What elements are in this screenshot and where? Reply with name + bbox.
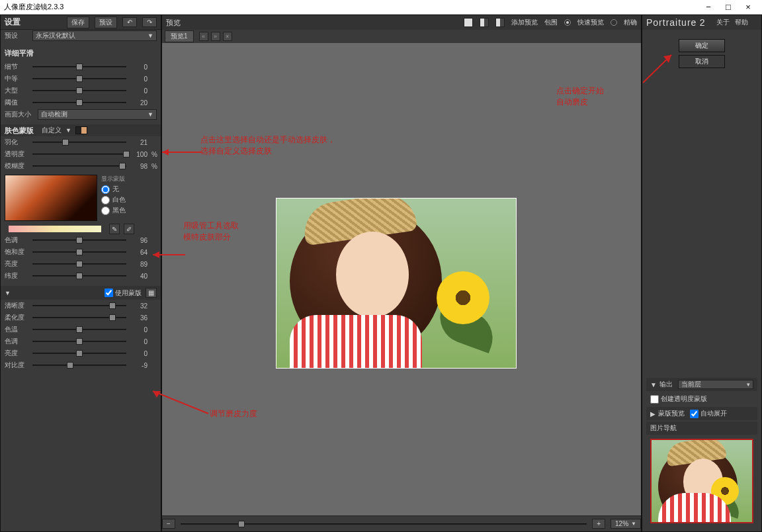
preset-button[interactable]: 预设 [95, 17, 117, 28]
about-link[interactable]: 关于 [716, 18, 730, 27]
enhance-header: ▼ 使用蒙版 ▦ [1, 286, 161, 300]
output-layer-row: 创建透明度蒙版 [646, 392, 757, 406]
help-link[interactable]: 帮助 [735, 18, 748, 27]
use-mask-checkbox[interactable]: 使用蒙版 [105, 288, 142, 298]
bracket-button[interactable]: 包围 [544, 18, 558, 27]
smooth-value-1: 0 [130, 75, 148, 83]
enh-label-4: 亮度 [5, 349, 28, 358]
smooth-slider-0[interactable] [32, 64, 126, 69]
zoom-value[interactable]: 12%▼ [611, 519, 641, 529]
smooth-row-2: 大型0 [1, 85, 161, 97]
view-side-icon[interactable] [495, 18, 505, 27]
ok-button[interactable]: 确定 [679, 39, 725, 52]
mask-bot-row-0: 色调96 [1, 234, 161, 246]
nav-section-title: 图片导航 [646, 421, 757, 435]
enh-slider-4[interactable] [32, 351, 126, 356]
mask-header: 肤色蒙版 自定义 ▼ [1, 124, 161, 136]
tab-prev-button[interactable]: « [199, 32, 208, 41]
mask-preview-section: ▶蒙版预览 自动展开 [646, 407, 757, 420]
enh-slider-2[interactable] [32, 327, 126, 332]
enh-slider-1[interactable] [32, 315, 126, 320]
mask-top-slider-2[interactable] [32, 163, 126, 169]
eyedropper-icon[interactable]: ✎ [109, 224, 120, 234]
preset-row: 预设 永乐汉化默认▼ [1, 30, 161, 42]
auto-expand-checkbox[interactable]: 自动展开 [690, 409, 727, 418]
window-title: 人像磨皮滤镜2.3.3 [4, 2, 698, 12]
mask-top-slider-0[interactable] [32, 140, 126, 145]
smooth-slider-1[interactable] [32, 76, 126, 81]
save-preset-button[interactable]: 保存 [67, 17, 89, 28]
right-header: Portraiture 2 关于 帮助 [642, 15, 761, 30]
smooth-slider-3[interactable] [32, 100, 126, 105]
preview-image [276, 198, 517, 369]
mask-bot-slider-1[interactable] [32, 249, 126, 255]
enh-row-3: 色调0 [1, 335, 161, 347]
mask-top-value-1: 100 [130, 151, 148, 158]
zoom-out-button[interactable]: − [162, 519, 175, 529]
mask-top-slider-1[interactable] [32, 152, 126, 157]
grid-icon[interactable]: ▦ [146, 288, 157, 298]
view-single-icon[interactable] [464, 18, 473, 27]
preview-tab-1[interactable]: 预览1 [165, 30, 194, 42]
nav-thumbnail[interactable] [650, 439, 753, 523]
undo-button[interactable]: ↶ [122, 17, 137, 27]
area-select[interactable]: 自动检测▼ [38, 109, 157, 120]
radio-black[interactable]: 黑色 [101, 206, 126, 215]
mask-title: 肤色蒙版 [5, 126, 34, 136]
minimize-button[interactable]: − [698, 2, 718, 12]
enh-label-3: 色调 [5, 337, 28, 346]
mask-bot-slider-3[interactable] [32, 273, 126, 279]
precise-preview-radio[interactable] [611, 19, 617, 26]
enh-label-5: 对比度 [5, 361, 28, 370]
mask-top-label-0: 羽化 [5, 138, 28, 147]
enh-slider-0[interactable] [32, 303, 126, 308]
zoom-in-button[interactable]: + [592, 519, 605, 529]
mask-bot-slider-0[interactable] [32, 238, 126, 243]
mask-top-label-2: 模糊度 [5, 161, 28, 171]
output-mode-select[interactable]: 当前层▾ [678, 380, 753, 389]
mask-mode[interactable]: 自定义 [42, 126, 62, 135]
annotation-3: 调节磨皮力度 [210, 408, 257, 420]
zoom-slider[interactable] [181, 521, 587, 527]
close-button[interactable]: × [738, 2, 758, 12]
fast-preview-radio[interactable] [564, 19, 571, 26]
maximize-button[interactable]: □ [718, 2, 738, 12]
color-gradient[interactable] [5, 175, 97, 221]
add-preview-button[interactable]: 添加预览 [511, 18, 538, 27]
enh-slider-3[interactable] [32, 339, 126, 344]
preview-canvas[interactable]: 点击这里选择自动还是手动选择皮肤，选择自定义选择皮肤 用吸管工具选取模特皮肤部分… [162, 43, 641, 515]
eyedropper-minus-icon[interactable]: ✐ [124, 224, 134, 234]
enh-label-2: 色温 [5, 325, 28, 334]
right-body: 确定 取消 点击确定开始自动磨皮 ▼输出 当前层▾ 创建透明度蒙版 ▶蒙版预览 … [642, 30, 761, 531]
enh-row-5: 对比度-9 [1, 359, 161, 371]
skintone-swatch-icon[interactable] [75, 126, 87, 134]
mask-bot-slider-2[interactable] [32, 261, 126, 267]
mask-display-label: 显示蒙版 [101, 175, 126, 183]
smooth-value-0: 0 [130, 64, 148, 71]
radio-white[interactable]: 白色 [101, 195, 126, 204]
enh-value-2: 0 [130, 326, 148, 333]
view-split-icon[interactable] [480, 18, 489, 27]
hue-bar[interactable] [9, 226, 101, 232]
mask-bot-value-3: 40 [130, 273, 148, 280]
mask-top-row-0: 羽化21 [1, 136, 161, 148]
smooth-slider-2[interactable] [32, 88, 126, 93]
smooth-value-2: 0 [130, 87, 148, 95]
mask-bot-row-2: 亮度89 [1, 258, 161, 270]
redo-button[interactable]: ↷ [142, 17, 157, 27]
radio-none[interactable]: 无 [101, 185, 126, 194]
mask-top-value-2: 98 [130, 163, 148, 170]
collapse-icon[interactable]: ▼ [5, 290, 11, 296]
mask-display-radios: 显示蒙版 无 白色 黑色 [101, 175, 126, 221]
area-label: 画面大小 [5, 110, 34, 119]
cancel-button[interactable]: 取消 [679, 55, 725, 68]
preview-tabs: 预览1 « » × [162, 30, 641, 43]
tab-close-button[interactable]: × [223, 32, 232, 41]
mask-bot-label-2: 亮度 [5, 259, 28, 269]
enh-slider-5[interactable] [32, 363, 126, 368]
brand-label: Portraiture 2 [646, 17, 706, 28]
create-layer-checkbox[interactable]: 创建透明度蒙版 [650, 394, 707, 404]
svg-line-4 [153, 391, 208, 414]
tab-next-button[interactable]: » [211, 32, 220, 41]
preset-select[interactable]: 永乐汉化默认▼ [32, 30, 157, 41]
